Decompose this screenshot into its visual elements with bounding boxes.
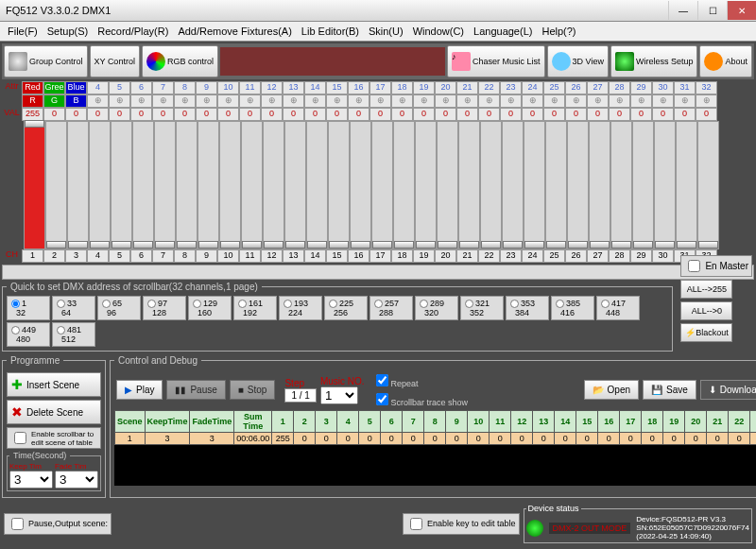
menu-item[interactable]: Lib Editor(B) bbox=[298, 24, 363, 39]
repeat-check[interactable]: Repeat bbox=[372, 371, 469, 389]
channel-header: 25 bbox=[543, 81, 565, 94]
channel-slider[interactable] bbox=[676, 121, 697, 249]
channel-value: 0 bbox=[674, 108, 696, 121]
music-select[interactable]: 1 bbox=[320, 386, 358, 404]
dmx-range-radio[interactable]: 321 352 bbox=[460, 296, 504, 320]
play-button[interactable]: ▶Play bbox=[116, 380, 163, 400]
dmx-range-radio[interactable]: 289 320 bbox=[415, 296, 458, 320]
save-button[interactable]: 💾Save bbox=[643, 380, 696, 400]
dmx-range-radio[interactable]: 1 32 bbox=[7, 296, 50, 320]
dmx-range-radio[interactable]: 97 128 bbox=[143, 296, 186, 320]
channel-slider[interactable] bbox=[567, 121, 589, 249]
dmx-range-radio[interactable]: 225 256 bbox=[324, 296, 368, 320]
menu-item[interactable]: Skin(U) bbox=[365, 24, 407, 39]
stop-button[interactable]: ■Stop bbox=[230, 380, 276, 400]
channel-value: 0 bbox=[196, 108, 217, 121]
delete-scene-button[interactable]: ✖Delete Scene bbox=[7, 400, 101, 424]
dmx-range-radio[interactable]: 257 288 bbox=[369, 296, 413, 320]
channel-slider[interactable] bbox=[654, 121, 676, 249]
channel-slider[interactable] bbox=[545, 121, 567, 249]
channel-slider[interactable] bbox=[415, 121, 437, 249]
chaser-music-button[interactable]: ♪Chaser Music List bbox=[447, 45, 545, 77]
en-master-check[interactable]: En Master bbox=[680, 255, 752, 277]
channel-slider[interactable] bbox=[67, 121, 89, 249]
channel-slider[interactable] bbox=[437, 121, 458, 249]
channel-slider[interactable] bbox=[610, 121, 632, 249]
rgb-control-button[interactable]: RGB control bbox=[142, 45, 218, 77]
dmx-range-radio[interactable]: 129 160 bbox=[188, 296, 232, 320]
wireless-setup-button[interactable]: Wireless Setup bbox=[610, 45, 698, 77]
channel-value: 0 bbox=[217, 108, 239, 121]
download-button[interactable]: ⬇Download bbox=[700, 380, 756, 400]
blackout-button[interactable]: ⚡Blackout bbox=[680, 323, 732, 342]
menu-item[interactable]: Add/Remove Fixtures(A) bbox=[174, 24, 295, 39]
keep-time-select[interactable]: 3 bbox=[9, 471, 53, 489]
channel-slider[interactable] bbox=[219, 121, 241, 249]
menu-item[interactable]: Window(C) bbox=[409, 24, 468, 39]
channel-slider[interactable] bbox=[458, 121, 480, 249]
pause-output-check[interactable]: Pause,Output scene: bbox=[4, 513, 112, 535]
channel-slider[interactable] bbox=[111, 121, 132, 249]
channel-slider[interactable] bbox=[263, 121, 284, 249]
channel-header: 6 bbox=[130, 81, 152, 94]
xy-control-button[interactable]: XY Control bbox=[90, 45, 140, 77]
dmx-range-radio[interactable]: 417 448 bbox=[596, 296, 640, 320]
channel-slider[interactable] bbox=[306, 121, 328, 249]
channel-slider[interactable] bbox=[284, 121, 306, 249]
minimize-button[interactable]: — bbox=[668, 1, 697, 20]
channel-slider[interactable] bbox=[176, 121, 198, 249]
dmx-range-radio[interactable]: 449 480 bbox=[7, 322, 50, 347]
channel-slider[interactable] bbox=[697, 121, 719, 249]
menu-item[interactable]: Language(L) bbox=[470, 24, 536, 39]
scroll-trace-check[interactable]: Scrollbar trace show bbox=[372, 390, 469, 408]
scene-table[interactable]: SceneKeepTimeFadeTimeSum Time12345678910… bbox=[114, 410, 756, 445]
dmx-range-radio[interactable]: 65 96 bbox=[97, 296, 141, 320]
insert-scene-button[interactable]: ✚Insert Scene bbox=[7, 372, 101, 397]
channel-slider[interactable] bbox=[524, 121, 545, 249]
channel-scrollbar[interactable] bbox=[2, 265, 754, 280]
channel-header: 16 bbox=[348, 81, 369, 94]
channel-slider[interactable] bbox=[502, 121, 524, 249]
channel-slider[interactable] bbox=[154, 121, 176, 249]
all-0-button[interactable]: ALL-->0 bbox=[680, 301, 732, 320]
channel-slider[interactable] bbox=[24, 121, 45, 249]
pause-button[interactable]: ▮▮Pause bbox=[166, 380, 225, 400]
dmx-range-radio[interactable]: 481 512 bbox=[52, 322, 95, 347]
dmx-range-radio[interactable]: 385 416 bbox=[551, 296, 594, 320]
channel-slider[interactable] bbox=[480, 121, 502, 249]
dmx-range-radio[interactable]: 353 384 bbox=[506, 296, 549, 320]
fade-time-select[interactable]: 3 bbox=[55, 471, 98, 489]
channel-value: 0 bbox=[522, 108, 543, 121]
channel-slider[interactable] bbox=[45, 121, 67, 249]
channel-slider[interactable] bbox=[371, 121, 393, 249]
maximize-button[interactable]: ☐ bbox=[697, 1, 727, 20]
dmx-range-radio[interactable]: 193 224 bbox=[279, 296, 322, 320]
channel-header: 5 bbox=[109, 81, 130, 94]
channel-slider[interactable] bbox=[89, 121, 111, 249]
channel-slider[interactable] bbox=[350, 121, 371, 249]
channel-slider[interactable] bbox=[589, 121, 610, 249]
channel-slider[interactable] bbox=[632, 121, 654, 249]
channel-header: 22 bbox=[478, 81, 500, 94]
close-button[interactable]: ✕ bbox=[727, 1, 756, 20]
dmx-range-radio[interactable]: 161 192 bbox=[233, 296, 277, 320]
channel-slider[interactable] bbox=[393, 121, 415, 249]
all-255-button[interactable]: ALL-->255 bbox=[680, 280, 732, 299]
channel-slider[interactable] bbox=[328, 121, 350, 249]
channel-slider[interactable] bbox=[132, 121, 154, 249]
channel-slider[interactable] bbox=[198, 121, 219, 249]
open-button[interactable]: 📂Open bbox=[584, 380, 639, 400]
about-button[interactable]: About bbox=[699, 45, 752, 77]
menu-item[interactable]: Help(?) bbox=[538, 24, 579, 39]
menu-item[interactable]: File(F) bbox=[4, 24, 42, 39]
menu-item[interactable]: Setup(S) bbox=[43, 24, 92, 39]
enable-scroll-check[interactable]: Enable scrollbar to edit scene of table bbox=[7, 427, 101, 449]
channel-value: 0 bbox=[369, 108, 391, 121]
channel-slider[interactable] bbox=[241, 121, 263, 249]
3d-view-button[interactable]: 3D View bbox=[547, 45, 609, 77]
channel-header: Gree bbox=[43, 81, 65, 94]
dmx-range-radio[interactable]: 33 64 bbox=[52, 296, 95, 320]
group-control-button[interactable]: Group Control bbox=[4, 45, 88, 77]
menu-item[interactable]: Record/Play(R) bbox=[94, 24, 172, 39]
enable-key-check[interactable]: Enable key to edit table bbox=[403, 513, 520, 535]
